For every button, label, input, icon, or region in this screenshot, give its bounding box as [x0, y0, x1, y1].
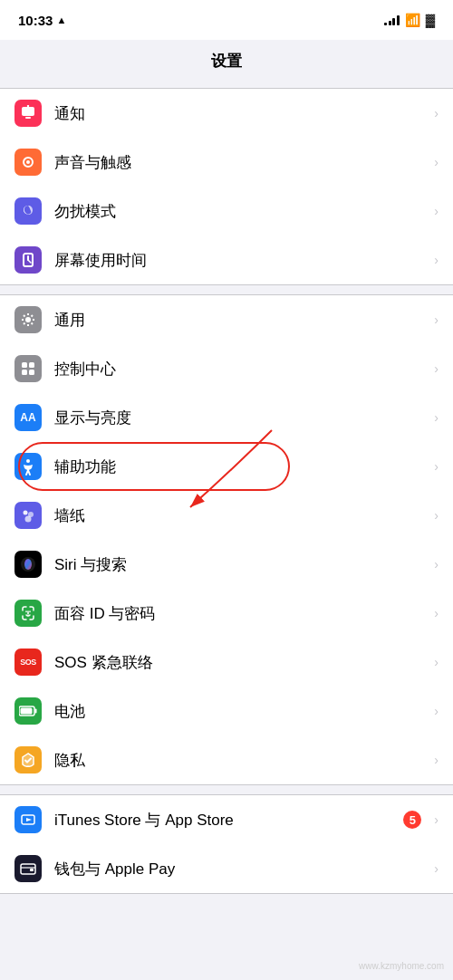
general-icon — [14, 306, 42, 333]
svg-line-23 — [28, 470, 30, 475]
itunes-badge: 5 — [403, 811, 421, 829]
settings-group-3: iTunes Store 与 App Store 5 › 钱包与 Apple P… — [0, 794, 453, 894]
settings-row-wallpaper[interactable]: 墙纸 › — [0, 491, 453, 540]
privacy-icon — [14, 746, 42, 773]
svg-rect-34 — [21, 708, 33, 715]
status-bar: 10:33 ▲ 📶 ▓ — [0, 0, 453, 40]
settings-group-2: 通用 › 控制中心 › AA 显示与亮度 › — [0, 294, 453, 785]
accessibility-chevron: › — [434, 459, 439, 474]
svg-rect-38 — [21, 867, 35, 869]
sos-icon: SOS — [14, 649, 42, 676]
faceid-chevron: › — [434, 606, 439, 620]
svg-point-2 — [27, 105, 29, 107]
wallpaper-chevron: › — [434, 508, 439, 523]
controlcenter-chevron: › — [434, 361, 439, 376]
settings-group-1: 通知 › 声音与触感 › 勿扰模式 › — [0, 88, 453, 285]
faceid-label: 面容 ID 与密码 — [54, 603, 427, 624]
svg-rect-0 — [22, 107, 34, 116]
notification-label: 通知 — [54, 103, 427, 124]
sound-chevron: › — [434, 155, 439, 169]
donotdisturb-chevron: › — [434, 204, 439, 218]
accessibility-label: 辅助功能 — [54, 456, 427, 477]
sound-icon — [14, 149, 42, 176]
svg-line-16 — [24, 323, 25, 325]
faceid-icon — [14, 600, 42, 627]
screentime-chevron: › — [434, 253, 439, 267]
sound-label: 声音与触感 — [54, 152, 427, 173]
itunes-label: iTunes Store 与 App Store — [54, 810, 403, 831]
svg-point-28 — [24, 559, 32, 570]
svg-line-7 — [28, 260, 31, 263]
svg-line-15 — [32, 315, 34, 317]
siri-label: Siri 与搜索 — [54, 554, 427, 575]
status-icons: 📶 ▓ — [384, 13, 435, 27]
donotdisturb-icon — [14, 197, 42, 225]
settings-row-donotdisturb[interactable]: 勿扰模式 › — [0, 187, 453, 235]
svg-rect-1 — [25, 117, 31, 119]
svg-line-13 — [24, 315, 25, 317]
screentime-label: 屏幕使用时间 — [54, 250, 427, 271]
settings-row-display[interactable]: AA 显示与亮度 › — [0, 393, 453, 442]
controlcenter-icon — [14, 355, 42, 382]
watermark: www.kzmyhome.com — [359, 961, 444, 971]
battery-chevron: › — [434, 704, 439, 718]
status-time: 10:33 ▲ — [18, 13, 66, 28]
donotdisturb-label: 勿扰模式 — [54, 201, 427, 222]
settings-row-wallet[interactable]: 钱包与 Apple Pay › — [0, 844, 453, 893]
accessibility-icon — [14, 453, 42, 480]
itunes-chevron: › — [434, 812, 439, 827]
svg-line-14 — [32, 323, 34, 325]
svg-point-24 — [24, 511, 28, 515]
wallet-icon — [14, 855, 42, 882]
siri-chevron: › — [434, 557, 439, 572]
siri-icon — [14, 551, 42, 578]
settings-row-accessibility[interactable]: 辅助功能 › — [0, 442, 453, 491]
display-icon: AA — [14, 404, 42, 431]
svg-rect-20 — [29, 370, 34, 375]
battery-label: 电池 — [54, 701, 427, 722]
settings-section-2: 通用 › 控制中心 › AA 显示与亮度 › — [0, 294, 453, 785]
svg-rect-18 — [29, 362, 34, 368]
sos-label: SOS 紧急联络 — [54, 652, 427, 673]
notification-icon — [14, 100, 42, 127]
settings-row-privacy[interactable]: 隐私 › — [0, 735, 453, 784]
settings-row-controlcenter[interactable]: 控制中心 › — [0, 344, 453, 393]
wallet-label: 钱包与 Apple Pay — [54, 859, 427, 879]
settings-row-general[interactable]: 通用 › — [0, 295, 453, 344]
settings-row-itunes[interactable]: iTunes Store 与 App Store 5 › — [0, 795, 453, 844]
svg-rect-17 — [22, 362, 27, 368]
privacy-label: 隐私 — [54, 750, 427, 771]
display-label: 显示与亮度 — [54, 408, 427, 428]
signal-icon — [384, 14, 400, 25]
settings-row-notification[interactable]: 通知 › — [0, 89, 453, 138]
general-label: 通用 — [54, 310, 427, 331]
wallpaper-label: 墙纸 — [54, 505, 427, 526]
svg-point-26 — [25, 516, 32, 523]
controlcenter-label: 控制中心 — [54, 359, 427, 380]
svg-point-21 — [26, 459, 30, 463]
sos-chevron: › — [434, 655, 439, 669]
wallpaper-icon — [14, 502, 42, 529]
privacy-chevron: › — [434, 753, 439, 767]
location-icon: ▲ — [56, 14, 66, 25]
settings-row-siri[interactable]: Siri 与搜索 › — [0, 540, 453, 589]
settings-section-3: iTunes Store 与 App Store 5 › 钱包与 Apple P… — [0, 794, 453, 894]
settings-row-screentime[interactable]: 屏幕使用时间 › — [0, 235, 453, 284]
settings-row-sound[interactable]: 声音与触感 › — [0, 138, 453, 187]
nav-header: 设置 — [0, 40, 453, 79]
settings-row-faceid[interactable]: 面容 ID 与密码 › — [0, 589, 453, 638]
svg-rect-39 — [30, 869, 34, 871]
settings-row-battery[interactable]: 电池 › — [0, 687, 453, 735]
settings-section-1: 通知 › 声音与触感 › 勿扰模式 › — [0, 79, 453, 294]
battery-icon: ▓ — [426, 13, 435, 27]
screentime-icon — [14, 246, 42, 274]
wifi-icon: 📶 — [405, 13, 420, 27]
itunes-icon — [14, 806, 42, 833]
settings-row-sos[interactable]: SOS SOS 紧急联络 › — [0, 638, 453, 687]
wallet-chevron: › — [434, 861, 439, 876]
general-chevron: › — [434, 312, 439, 327]
display-chevron: › — [434, 410, 439, 425]
battery-row-icon — [14, 697, 42, 725]
svg-rect-19 — [22, 370, 27, 375]
svg-point-8 — [25, 317, 31, 322]
